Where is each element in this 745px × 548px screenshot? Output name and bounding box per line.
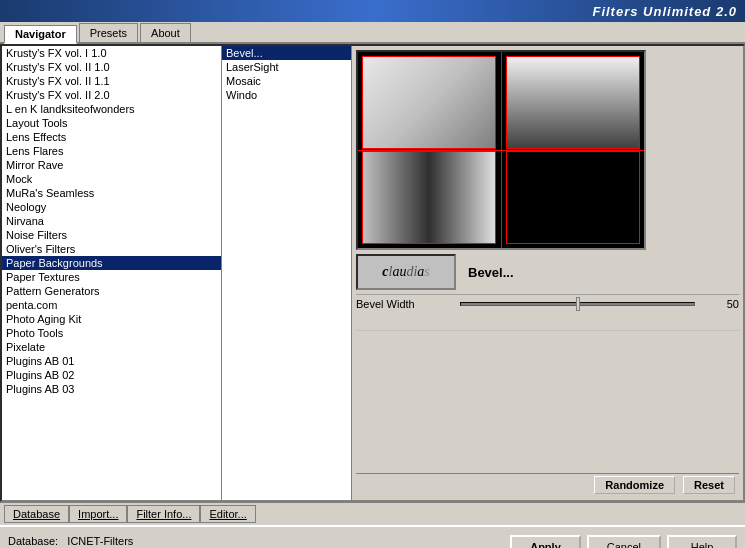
list-item[interactable]: Mock [2,172,221,186]
separator [356,294,739,295]
bevel-width-track[interactable] [460,302,695,306]
list-item[interactable]: Krusty's FX vol. II 1.1 [2,74,221,88]
list-item[interactable]: Paper Textures [2,270,221,284]
empty-row-1 [356,313,739,331]
list-item[interactable]: penta.com [2,298,221,312]
main-content: Krusty's FX vol. I 1.0Krusty's FX vol. I… [0,44,745,502]
list-item[interactable]: L en K landksiteofwonders [2,102,221,116]
status-info: Database: ICNET-Filters Filters: 4523 [8,535,133,549]
status-buttons: Apply Cancel Help [510,535,737,549]
apply-button[interactable]: Apply [510,535,581,549]
list-item[interactable]: Layout Tools [2,116,221,130]
list-item[interactable]: Plugins AB 02 [2,368,221,382]
tab-presets[interactable]: Presets [79,23,138,42]
list-item[interactable]: Lens Flares [2,144,221,158]
tab-navigator[interactable]: Navigator [4,25,77,44]
list-item[interactable]: Krusty's FX vol. I 1.0 [2,46,221,60]
list-item[interactable]: Krusty's FX vol. II 2.0 [2,88,221,102]
list-item[interactable]: Noise Filters [2,228,221,242]
editor-button[interactable]: Editor... [200,505,255,523]
randomize-reset-row: Randomize Reset [356,473,739,496]
right-panel: claudias Bevel... Bevel Width 50 [352,46,743,500]
filter-item[interactable]: Mosaic [222,74,351,88]
logo-row: claudias Bevel... [356,254,739,290]
bottom-toolbar: Database Import... Filter Info... Editor… [0,502,745,525]
help-button[interactable]: Help [667,535,737,549]
list-item[interactable]: Lens Effects [2,130,221,144]
list-item[interactable]: Pattern Generators [2,284,221,298]
status-database: Database: ICNET-Filters [8,535,133,547]
preview-q3 [362,151,496,244]
bevel-width-value: 50 [699,298,739,310]
list-item[interactable]: Oliver's Filters [2,242,221,256]
bevel-width-row: Bevel Width 50 [356,298,739,310]
list-item[interactable]: MuRa's Seamless [2,186,221,200]
preview-q4 [506,151,640,244]
filter-info-button[interactable]: Filter Info... [127,505,200,523]
category-list[interactable]: Krusty's FX vol. I 1.0Krusty's FX vol. I… [2,46,221,500]
title-bar: Filters Unlimited 2.0 [0,0,745,22]
list-item[interactable]: Photo Aging Kit [2,312,221,326]
filter-item[interactable]: Bevel... [222,46,351,60]
tab-bar: Navigator Presets About [0,22,745,44]
reset-button[interactable]: Reset [683,476,735,494]
bevel-width-label: Bevel Width [356,298,456,310]
filter-item[interactable]: LaserSight [222,60,351,74]
status-bar: Database: ICNET-Filters Filters: 4523 Ap… [0,525,745,548]
crosshair-vertical [501,52,502,248]
controls-area: claudias Bevel... Bevel Width 50 [356,250,739,473]
import-button[interactable]: Import... [69,505,127,523]
list-item[interactable]: Mirror Rave [2,158,221,172]
filter-item[interactable]: Windo [222,88,351,102]
randomize-button[interactable]: Randomize [594,476,675,494]
category-panel: Krusty's FX vol. I 1.0Krusty's FX vol. I… [2,46,222,500]
list-item[interactable]: Plugins AB 01 [2,354,221,368]
list-item[interactable]: Neology [2,200,221,214]
logo-box: claudias [356,254,456,290]
list-item[interactable]: Krusty's FX vol. II 1.0 [2,60,221,74]
filter-panel[interactable]: Bevel...LaserSightMosaicWindo [222,46,352,500]
database-button[interactable]: Database [4,505,69,523]
tab-about[interactable]: About [140,23,191,42]
logo-text: claudias [382,264,429,280]
list-item[interactable]: Photo Tools [2,326,221,340]
preview-q1 [362,56,496,149]
list-item[interactable]: Nirvana [2,214,221,228]
empty-row-2 [356,334,739,352]
filter-name-display: Bevel... [464,263,739,282]
list-item[interactable]: Paper Backgrounds [2,256,221,270]
bevel-preview [358,52,644,248]
preview-area [356,50,646,250]
preview-q2 [506,56,640,149]
list-item[interactable]: Plugins AB 03 [2,382,221,396]
list-item[interactable]: Pixelate [2,340,221,354]
app-title: Filters Unlimited 2.0 [592,4,737,19]
cancel-button[interactable]: Cancel [587,535,661,549]
